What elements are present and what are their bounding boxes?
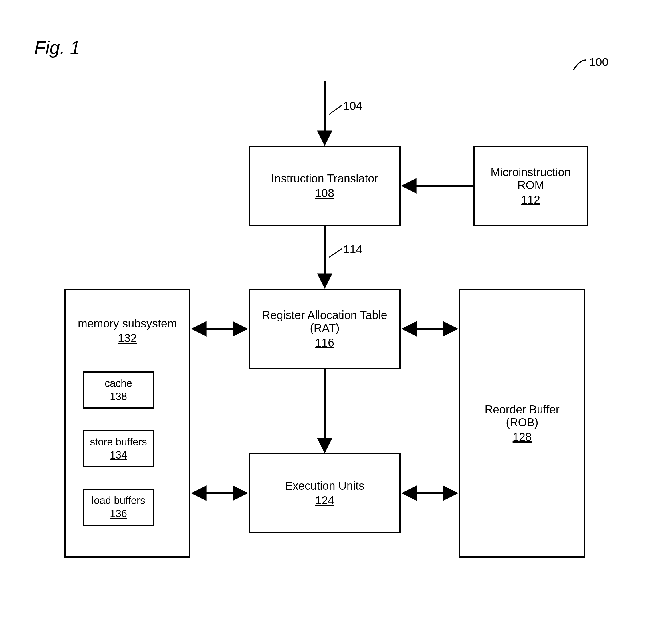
- block-memory-subsystem: memory subsystem 132 cache 138 store buf…: [64, 289, 190, 557]
- ref-100: 100: [589, 56, 608, 69]
- block-cache: cache 138: [83, 371, 154, 409]
- execution-units-num: 124: [315, 494, 334, 507]
- rat-title-line1: Register Allocation Table: [262, 309, 387, 322]
- rob-num: 128: [513, 431, 532, 443]
- block-microinstruction-rom: Microinstruction ROM 112: [474, 146, 588, 226]
- svg-line-1: [329, 105, 342, 114]
- rob-title-line1: Reorder Buffer: [485, 403, 560, 416]
- block-execution-units: Execution Units 124: [249, 453, 400, 533]
- load-buffers-title: load buffers: [91, 495, 145, 507]
- figure-title: Fig. 1: [34, 37, 80, 58]
- block-title-line1: Microinstruction: [491, 166, 571, 179]
- execution-units-title: Execution Units: [285, 480, 364, 492]
- block-num: 112: [521, 193, 540, 206]
- svg-line-4: [329, 249, 342, 257]
- ref-114: 114: [343, 243, 362, 256]
- memory-subsystem-title: memory subsystem: [78, 317, 177, 330]
- block-title: Instruction Translator: [271, 172, 378, 185]
- block-num: 108: [315, 187, 334, 200]
- block-rat: Register Allocation Table (RAT) 116: [249, 289, 400, 369]
- block-instruction-translator: Instruction Translator 108: [249, 146, 400, 226]
- rat-title-line2: (RAT): [310, 322, 340, 334]
- block-load-buffers: load buffers 136: [83, 489, 154, 526]
- block-rob: Reorder Buffer (ROB) 128: [459, 289, 585, 557]
- block-title-line2: ROM: [517, 179, 544, 192]
- cache-title: cache: [105, 377, 132, 389]
- cache-num: 138: [110, 391, 127, 402]
- diagram-canvas: Fig. 1 100 104 114 Instruction Translato…: [0, 0, 672, 635]
- memory-subsystem-num: 132: [65, 332, 189, 345]
- store-buffers-num: 134: [110, 449, 127, 461]
- ref-104: 104: [343, 100, 362, 112]
- block-store-buffers: store buffers 134: [83, 430, 154, 467]
- rat-num: 116: [315, 336, 334, 349]
- store-buffers-title: store buffers: [90, 436, 147, 448]
- memory-subsystem-label: memory subsystem 132: [65, 317, 189, 345]
- load-buffers-num: 136: [110, 508, 127, 520]
- rob-title-line2: (ROB): [506, 416, 538, 429]
